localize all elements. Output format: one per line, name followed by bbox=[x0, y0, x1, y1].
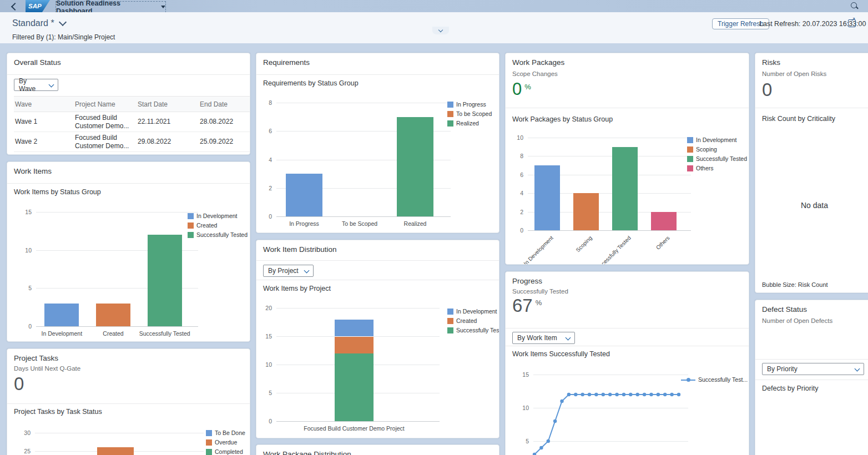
legend-item[interactable]: Realized bbox=[447, 120, 499, 127]
x-axis-label: In Development bbox=[507, 235, 554, 265]
work-packages-chart: 0246810In DevelopmentScopingSuccessfully… bbox=[506, 53, 749, 264]
card-title: Defect Status bbox=[762, 305, 807, 314]
y-tick-label: 0 bbox=[256, 213, 272, 220]
legend-label: Successfully Tested bbox=[456, 327, 499, 333]
legend-item[interactable]: To Be Done bbox=[206, 429, 250, 436]
bar-in-development bbox=[44, 304, 79, 326]
legend-item[interactable]: In Development bbox=[188, 213, 250, 219]
y-tick-label: 15 bbox=[15, 209, 32, 215]
bar-segment-created bbox=[335, 336, 374, 353]
gridline bbox=[276, 103, 451, 103]
legend-item[interactable]: In Development bbox=[687, 136, 749, 143]
table-cell: Focused Build Customer Demo... bbox=[74, 112, 137, 132]
chart-legend: To Be DoneOverdueCompleted bbox=[206, 429, 250, 455]
legend-label: Overdue bbox=[215, 439, 237, 446]
app-title-menu[interactable]: Solution Readiness Dashboard bbox=[55, 1, 166, 13]
kpi-label: Number of Open Defects bbox=[762, 317, 832, 324]
y-tick-label: 5 bbox=[15, 285, 32, 291]
line-series bbox=[506, 272, 692, 455]
table-row[interactable]: Wave 2Focused Build Customer Demo...29.0… bbox=[14, 132, 250, 152]
y-tick-label: 0 bbox=[507, 227, 523, 234]
legend-label: Scoping bbox=[696, 146, 717, 153]
no-data-text: No data bbox=[801, 201, 828, 210]
legend-item[interactable]: Successfully Test... bbox=[681, 376, 748, 383]
back-icon[interactable] bbox=[11, 3, 19, 11]
legend-label: Created bbox=[456, 317, 477, 324]
gridline bbox=[35, 433, 204, 433]
legend-swatch bbox=[687, 165, 693, 171]
legend-item[interactable]: Completed bbox=[206, 448, 250, 455]
bar-created bbox=[96, 304, 130, 326]
y-tick-label: 4 bbox=[256, 156, 272, 163]
x-axis-label: Successfully Tested bbox=[104, 330, 226, 337]
table-cell: Focused Build Customer Demo... bbox=[74, 132, 137, 152]
kpi-label: Number of Open Risks bbox=[762, 70, 826, 77]
divider bbox=[755, 108, 868, 108]
divider bbox=[7, 74, 250, 75]
legend-item[interactable]: In Progress bbox=[447, 101, 499, 108]
variant-selector[interactable]: Standard * bbox=[12, 18, 65, 28]
filter-summary: Filtered By (1): Main/Single Project bbox=[12, 33, 115, 41]
collapse-header-button[interactable] bbox=[432, 27, 449, 34]
y-tick-label: 0 bbox=[256, 418, 272, 424]
bar-successfully-tested bbox=[148, 235, 182, 326]
search-icon[interactable] bbox=[851, 2, 857, 8]
legend-item[interactable]: Successfully Tested bbox=[687, 155, 749, 162]
wave-selector-value: By Wave bbox=[19, 77, 45, 93]
y-tick-label: 2 bbox=[507, 209, 523, 215]
legend-swatch bbox=[206, 449, 212, 455]
legend-item[interactable]: Scoping bbox=[687, 146, 749, 153]
y-tick-label: 30 bbox=[14, 429, 31, 436]
y-tick-label: 2 bbox=[256, 185, 272, 191]
table-row[interactable]: Wave 1Focused Build Customer Demo...22.1… bbox=[14, 112, 250, 132]
priority-selector[interactable]: By Priority bbox=[762, 363, 864, 375]
legend-swatch bbox=[681, 377, 695, 382]
chevron-down-icon bbox=[855, 366, 860, 371]
risks-card: Risks Number of Open Risks 0 Risk Count … bbox=[755, 53, 868, 293]
column-header: End Date bbox=[199, 97, 250, 112]
chart-legend: Successfully Test... bbox=[681, 376, 748, 386]
legend-item[interactable]: In Development bbox=[447, 308, 499, 315]
bar-in-progress bbox=[286, 174, 322, 216]
kpi-value: 0 bbox=[762, 79, 772, 100]
legend-label: Successfully Test... bbox=[698, 376, 748, 383]
legend-item[interactable]: To be Scoped bbox=[447, 110, 499, 117]
legend-item[interactable]: Overdue bbox=[206, 439, 250, 446]
table-cell: 22.11.2021 bbox=[137, 112, 199, 132]
y-tick-label: 8 bbox=[507, 153, 523, 159]
bar-successfully-tested bbox=[612, 147, 638, 230]
column-header: Start Date bbox=[137, 97, 199, 112]
legend-swatch bbox=[447, 102, 453, 108]
wave-selector[interactable]: By Wave bbox=[14, 79, 58, 91]
legend-item[interactable]: Successfully Tested bbox=[447, 327, 499, 333]
legend-label: Created bbox=[196, 222, 217, 229]
legend-label: In Development bbox=[456, 308, 497, 315]
legend-label: In Progress bbox=[456, 101, 486, 108]
legend-item[interactable]: Successfully Tested bbox=[188, 231, 250, 238]
bubble-size-footnote: Bubble Size: Risk Count bbox=[762, 281, 828, 288]
legend-label: To Be Done bbox=[215, 429, 245, 436]
chart-legend: In ProgressTo be ScopedRealized bbox=[447, 101, 499, 129]
caret-down-icon bbox=[161, 6, 165, 8]
legend-item[interactable]: Created bbox=[188, 222, 250, 229]
legend-swatch bbox=[188, 213, 194, 219]
requirements-chart: 02468In ProgressTo be ScopedRealizedIn P… bbox=[256, 53, 499, 232]
divider bbox=[755, 380, 868, 380]
gridline bbox=[36, 326, 198, 327]
work-items-chart: 051015In DevelopmentCreatedSuccessfully … bbox=[7, 162, 250, 341]
legend-swatch bbox=[447, 120, 453, 127]
y-tick-label: 6 bbox=[507, 171, 523, 178]
legend-label: Successfully Tested bbox=[196, 231, 248, 238]
shell-bar: SAP Solution Readiness Dashboard bbox=[0, 0, 868, 12]
x-axis-label: Focused Build Customer Demo Project bbox=[293, 425, 415, 432]
chart-legend: In DevelopmentCreatedSuccessfully Tested bbox=[188, 213, 250, 241]
chart-legend: In DevelopmentScopingSuccessfully Tested… bbox=[687, 136, 749, 174]
waves-table: WaveProject NameStart DateEnd DateWave 1… bbox=[14, 96, 250, 152]
chevron-down-icon bbox=[438, 27, 443, 32]
project-tasks-card: Project Tasks Days Until Next Q-Gate 0 P… bbox=[7, 348, 250, 455]
y-tick-label: 8 bbox=[256, 99, 272, 106]
legend-item[interactable]: Created bbox=[447, 317, 499, 324]
open-in-new-window-icon[interactable] bbox=[848, 19, 856, 27]
progress-line-chart: 051015Successfully Test... bbox=[506, 272, 749, 455]
legend-item[interactable]: Others bbox=[687, 165, 749, 171]
